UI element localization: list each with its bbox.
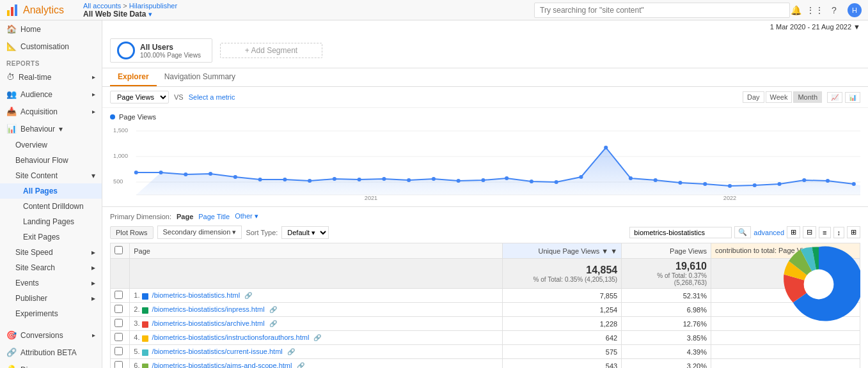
row-checkbox-1[interactable] [114,305,123,313]
row-color-dot [142,335,148,342]
table-icon-btn4[interactable]: ↕ [833,227,845,238]
sidebar-discover-label: Discover [20,365,51,369]
table-icon-btn5[interactable]: ⊞ [847,226,860,238]
total-unique-page-views: 14,854 % of Total: 0.35% (4,205,135) [502,259,621,289]
svg-point-17 [308,179,312,183]
metric1-select[interactable]: Page Views [110,91,169,103]
row-checkbox-2[interactable] [114,319,123,327]
sidebar-sub-site-content[interactable]: Site Content ▾ [0,168,102,183]
table-row: 2. /biometrics-biostatistics/inpress.htm… [111,303,860,317]
dim-page[interactable]: Page [177,213,193,220]
sidebar-sub-site-speed[interactable]: Site Speed ▸ [0,245,102,260]
row-checkbox-5[interactable] [114,361,123,368]
help-icon[interactable]: ? [828,4,840,16]
sidebar-item-audience[interactable]: 👥 Audience [0,86,102,103]
sidebar-sub-landing-pages[interactable]: Landing Pages [0,214,102,229]
table-search-input[interactable] [629,227,732,238]
date-range-text[interactable]: 1 Mar 2020 - 21 Aug 2022 ▼ [770,23,860,31]
table-icon-btn3[interactable]: ≡ [819,227,830,238]
row-external-icon: 🔗 [287,348,295,355]
select-all-checkbox[interactable] [114,246,123,254]
row-page-link[interactable]: /biometrics-biostatistics/archive.html [152,319,265,327]
sidebar-sub-all-pages[interactable]: All Pages [0,183,102,199]
table-icon-btn2[interactable]: ⊟ [803,226,816,238]
svg-rect-1 [11,7,13,16]
th-unique-page-views[interactable]: Unique Page Views ▼ ▼ [502,243,621,259]
add-segment-btn[interactable]: + Add Segment [220,43,322,58]
sidebar-sub-events[interactable]: Events ▸ [0,275,102,291]
line-chart-btn[interactable]: 📈 [827,92,842,103]
dim-page-title[interactable]: Page Title [198,213,230,220]
row-page-link[interactable]: /biometrics-biostatistics/inpress.html [152,305,265,313]
row-number: 5. [134,348,139,355]
breadcrumb-all-accounts[interactable]: All accounts [83,2,121,10]
sidebar-item-discover[interactable]: 💡 Discover [0,361,102,368]
logo: Analytics [6,4,77,17]
time-btn-week[interactable]: Week [766,91,793,103]
bar-chart-btn[interactable]: 📊 [845,92,860,103]
secondary-dim-btn[interactable]: Secondary dimension ▾ [157,226,242,239]
chart-legend: Page Views [110,113,860,121]
row-page-link[interactable]: /biometrics-biostatistics/aims-and-scope… [152,362,292,368]
breadcrumb-dropdown-icon[interactable]: ▾ [148,10,152,18]
row-color-dot [142,364,148,368]
sort-arrow-icon: ▼ [610,247,617,255]
svg-rect-2 [15,4,17,16]
search-btn[interactable]: 🔍 [734,226,751,238]
svg-text:500: 500 [113,178,123,185]
tab-navigation-summary[interactable]: Navigation Summary [157,68,243,86]
svg-text:2021: 2021 [365,195,377,201]
svg-point-31 [654,178,658,182]
sidebar-item-realtime[interactable]: ⏱ Real-time [0,68,102,86]
row-number: 2. [134,305,139,313]
svg-text:1,500: 1,500 [113,127,128,134]
row-page-link[interactable]: /biometrics-biostatistics/current-issue.… [152,348,283,355]
svg-point-25 [505,176,509,180]
vs-label: VS [174,93,184,101]
row-checkbox-0[interactable] [114,291,123,299]
breadcrumb-publisher[interactable]: Hilarispublisher [129,2,177,10]
metric-controls: Page Views VS Select a metric Day Week M… [102,87,868,108]
select-metric-link[interactable]: Select a metric [189,93,235,101]
notification-icon[interactable]: 🔔 [790,4,801,16]
sidebar-item-behaviour[interactable]: 📊 Behaviour [0,120,102,137]
avatar[interactable]: H [848,3,862,17]
row-page-link[interactable]: /biometrics-biostatistics.html [152,291,241,299]
advanced-link[interactable]: advanced [754,229,784,236]
sidebar-sub-site-search[interactable]: Site Search ▸ [0,260,102,275]
svg-point-39 [852,182,856,186]
svg-point-29 [604,146,608,150]
sidebar-item-attribution[interactable]: 🔗 Attribution BETA [0,344,102,361]
tab-explorer[interactable]: Explorer [110,68,157,86]
row-checkbox-3[interactable] [114,333,123,341]
time-btn-month[interactable]: Month [793,91,822,103]
svg-point-11 [159,171,163,174]
sidebar-sub-publisher[interactable]: Publisher ▸ [0,291,102,306]
sidebar-sub-exit-pages[interactable]: Exit Pages [0,229,102,245]
site-search-label: Site Search [15,263,55,272]
sidebar-item-home[interactable]: 🏠 Home [0,20,102,38]
row-checkbox-cell [111,359,130,369]
row-external-icon: 🔗 [269,306,277,313]
sort-select[interactable]: Default ▾ [281,226,329,239]
sidebar-sub-overview[interactable]: Overview [0,137,102,153]
table-icon-btn1[interactable]: ⊞ [787,226,800,238]
sidebar-sub-content-drilldown[interactable]: Content Drilldown [0,199,102,214]
row-pct: 6.98% [622,303,711,317]
plot-rows-btn[interactable]: Plot Rows [110,226,154,239]
attribution-icon: 🔗 [6,348,17,357]
sidebar-item-acquisition[interactable]: 📥 Acquisition [0,103,102,120]
sidebar-item-customisation[interactable]: 📐 Customisation [0,38,102,55]
row-page-link[interactable]: /biometrics-biostatistics/instructionsfo… [152,334,310,341]
apps-icon[interactable]: ⋮⋮ [809,4,821,16]
row-number: 4. [134,334,139,341]
dim-other[interactable]: Other ▾ [235,212,258,220]
search-input[interactable] [534,3,790,18]
time-btn-day[interactable]: Day [743,91,764,103]
sidebar-sub-experiments[interactable]: Experiments [0,306,102,321]
audience-icon: 👥 [6,89,17,99]
sidebar-item-conversions[interactable]: 🎯 Conversions [0,326,102,344]
row-checkbox-4[interactable] [114,347,123,355]
date-range-bar: 1 Mar 2020 - 21 Aug 2022 ▼ [102,20,868,33]
sidebar-sub-behaviour-flow[interactable]: Behaviour Flow [0,153,102,168]
